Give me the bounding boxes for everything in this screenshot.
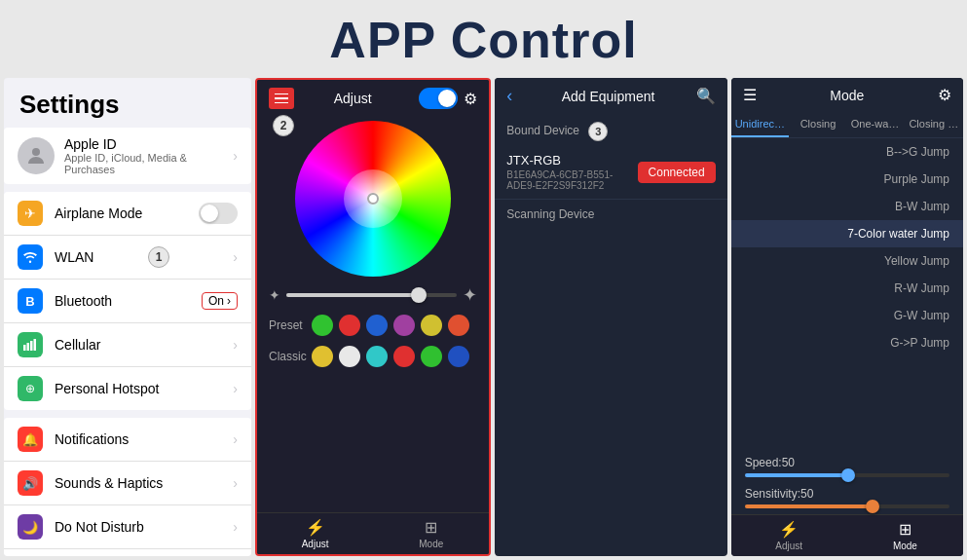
color-wheel[interactable] <box>295 121 451 277</box>
speed-slider-track[interactable] <box>745 473 949 477</box>
adjust-footer-label: Adjust <box>302 539 329 549</box>
classic-color-3[interactable] <box>366 346 388 367</box>
sounds-chevron-icon: › <box>233 475 238 491</box>
user-name: Apple ID <box>64 136 233 152</box>
adjust-gear-icon[interactable]: ⚙ <box>464 90 477 108</box>
mode-item-3[interactable]: 7-Color water Jump <box>731 220 963 247</box>
settings-item-hotspot[interactable]: ⊕ Personal Hotspot › <box>4 367 251 410</box>
preset-color-1[interactable] <box>312 315 333 336</box>
speed-slider-thumb[interactable] <box>841 468 855 482</box>
device-row[interactable]: JTX-RGB B1E6A9CA-6CB7-B551-ADE9-E2F2S9F3… <box>495 145 726 200</box>
brightness-track[interactable] <box>286 293 457 297</box>
sounds-label: Sounds & Haptics <box>55 475 233 491</box>
airplane-icon: ✈ <box>18 201 43 226</box>
classic-color-6[interactable] <box>448 346 469 367</box>
tab-onewaydrop[interactable]: One-way drop <box>847 112 906 137</box>
connectivity-group: ✈ Airplane Mode WLAN 1 › B Bluetooth <box>4 192 251 410</box>
mode-footer-icon: ⊞ <box>425 518 437 537</box>
mode-footer: ⚡ Adjust ⊞ Mode <box>731 514 963 556</box>
mode-header: ☰ Mode ⚙ <box>731 78 963 112</box>
back-icon[interactable]: ‹ <box>506 86 512 106</box>
mode-item-1[interactable]: Purple Jump <box>731 166 963 193</box>
app-title: APP Control <box>329 11 637 69</box>
settings-item-screentime[interactable]: ⏱ Screen Time › <box>4 549 251 556</box>
user-chevron-icon: › <box>233 148 238 164</box>
airplane-toggle[interactable] <box>199 203 238 224</box>
mode-item-2[interactable]: B-W Jump <box>731 193 963 220</box>
user-row[interactable]: Apple ID Apple ID, iCloud, Media & Purch… <box>4 128 251 184</box>
mode-gear-icon[interactable]: ⚙ <box>938 86 951 104</box>
screen-adjust: 2 Adjust ⚙ ✦ <box>255 78 491 556</box>
svg-rect-1 <box>23 345 26 351</box>
notifications-chevron-icon: › <box>233 431 238 447</box>
classic-color-5[interactable] <box>421 346 442 367</box>
classic-row: Classic <box>257 341 489 372</box>
brightness-high-icon: ✦ <box>463 284 477 306</box>
screen-equipment: ‹ Add Equipment 🔍 Bound Device 3 JTX-RGB… <box>495 78 726 556</box>
app-header: APP Control <box>0 0 967 78</box>
mode-item-6[interactable]: G-W Jump <box>731 302 963 329</box>
mode-item-0[interactable]: B-->G Jump <box>731 138 963 166</box>
dnd-label: Do Not Disturb <box>55 519 233 535</box>
cellular-label: Cellular <box>55 337 233 353</box>
wlan-chevron-icon: › <box>233 249 238 265</box>
settings-item-airplane[interactable]: ✈ Airplane Mode <box>4 192 251 236</box>
preset-color-5[interactable] <box>421 315 442 336</box>
adjust-toggle[interactable] <box>419 88 458 109</box>
airplane-label: Airplane Mode <box>55 205 199 221</box>
mode-mode-label: Mode <box>893 541 917 551</box>
step-2-badge: 2 <box>273 115 294 136</box>
hamburger-line-1 <box>275 93 288 95</box>
brightness-thumb[interactable] <box>411 287 427 303</box>
preset-color-4[interactable] <box>393 315 415 336</box>
footer-tab-adjust[interactable]: ⚡ Adjust <box>257 513 373 554</box>
settings-item-cellular[interactable]: Cellular › <box>4 323 251 367</box>
connected-button[interactable]: Connected <box>638 162 716 183</box>
search-icon[interactable]: 🔍 <box>696 87 716 105</box>
mode-footer-tab-mode[interactable]: ⊞ Mode <box>847 515 963 556</box>
tab-closing[interactable]: Closing <box>789 112 847 137</box>
mode-footer-tab-adjust[interactable]: ⚡ Adjust <box>731 515 847 556</box>
classic-color-1[interactable] <box>312 346 333 367</box>
settings-item-bluetooth[interactable]: B Bluetooth On › <box>4 280 251 323</box>
tab-unidirectional[interactable]: Unidirectional <box>731 112 790 137</box>
sensitivity-label: Sensitivity:50 <box>745 487 949 501</box>
mode-item-7[interactable]: G->P Jump <box>731 329 963 356</box>
settings-item-wlan[interactable]: WLAN 1 › <box>4 236 251 280</box>
svg-point-0 <box>32 148 40 156</box>
classic-color-2[interactable] <box>339 346 360 367</box>
mode-item-4[interactable]: Yellow Jump <box>731 247 963 275</box>
sensitivity-slider-thumb[interactable] <box>866 500 879 513</box>
settings-item-dnd[interactable]: 🌙 Do Not Disturb › <box>4 505 251 549</box>
mode-hamburger-icon[interactable]: ☰ <box>743 86 757 104</box>
preset-color-3[interactable] <box>366 315 388 336</box>
user-sub: Apple ID, iCloud, Media & Purchases <box>64 152 233 175</box>
preset-color-2[interactable] <box>339 315 360 336</box>
settings-panel: Settings Apple ID Apple ID, iCloud, Medi… <box>4 78 251 556</box>
bluetooth-icon: B <box>18 288 43 314</box>
sensitivity-slider-fill <box>745 504 872 508</box>
notifications-label: Notifications <box>55 431 233 447</box>
sensitivity-slider-track[interactable] <box>745 504 949 508</box>
svg-rect-4 <box>34 339 37 351</box>
mode-title: Mode <box>757 88 938 103</box>
device-name: JTX-RGB <box>506 153 637 168</box>
preset-color-6[interactable] <box>448 315 469 336</box>
footer-tab-mode[interactable]: ⊞ Mode <box>373 513 489 554</box>
svg-rect-3 <box>30 341 33 351</box>
tab-closingf[interactable]: Closing and f <box>905 112 963 137</box>
brightness-low-icon: ✦ <box>269 287 280 303</box>
sounds-icon: 🔊 <box>18 470 43 496</box>
mode-item-list: B-->G Jump Purple Jump B-W Jump 7-Color … <box>731 138 963 448</box>
bluetooth-on-badge[interactable]: On › <box>202 292 238 310</box>
user-row-group: Apple ID Apple ID, iCloud, Media & Purch… <box>4 128 251 184</box>
settings-item-notifications[interactable]: 🔔 Notifications › <box>4 418 251 462</box>
wlan-label: WLAN <box>55 249 233 265</box>
notifications-icon: 🔔 <box>18 427 43 452</box>
brightness-fill <box>286 293 414 297</box>
device-info: JTX-RGB B1E6A9CA-6CB7-B551-ADE9-E2F2S9F3… <box>506 153 637 191</box>
classic-color-4[interactable] <box>393 346 415 367</box>
hamburger-button[interactable] <box>269 88 294 109</box>
settings-item-sounds[interactable]: 🔊 Sounds & Haptics › <box>4 462 251 505</box>
mode-item-5[interactable]: R-W Jump <box>731 275 963 302</box>
